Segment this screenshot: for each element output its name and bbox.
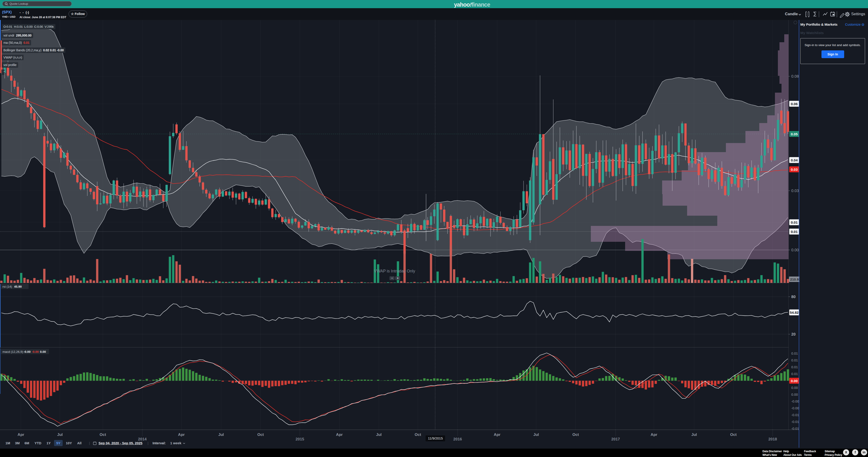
svg-text:Oct: Oct bbox=[257, 432, 264, 437]
svg-text:0.00: 0.00 bbox=[40, 350, 46, 354]
svg-text:0.00: 0.00 bbox=[791, 393, 798, 396]
svg-text:-0.00: -0.00 bbox=[32, 350, 39, 354]
svg-text:Oct: Oct bbox=[415, 432, 421, 437]
svg-text:0.01: 0.01 bbox=[791, 365, 798, 369]
svg-text:Apr: Apr bbox=[494, 432, 500, 437]
svg-text:54.82: 54.82 bbox=[790, 311, 799, 314]
svg-text:Oct: Oct bbox=[100, 432, 106, 437]
svg-text:45.90: 45.90 bbox=[14, 285, 22, 288]
svg-text:0.03: 0.03 bbox=[791, 167, 798, 172]
svg-text:Jul: Jul bbox=[218, 432, 224, 437]
svg-text:Jul: Jul bbox=[376, 432, 382, 437]
svg-text:20: 20 bbox=[791, 332, 796, 336]
svg-text:Jul: Jul bbox=[533, 432, 539, 437]
svg-text:-0.01: -0.01 bbox=[791, 427, 799, 430]
svg-text:Jul: Jul bbox=[691, 432, 697, 437]
svg-text:0.01: 0.01 bbox=[791, 230, 798, 234]
svg-text:0.06: 0.06 bbox=[791, 102, 798, 106]
svg-text:Apr: Apr bbox=[336, 432, 343, 437]
svg-text:0.03: 0.03 bbox=[791, 189, 799, 193]
svg-text:rsi (14): rsi (14) bbox=[2, 285, 12, 288]
svg-text:0.05: 0.05 bbox=[791, 132, 798, 136]
svg-text:VWAP is Intraday Only: VWAP is Intraday Only bbox=[374, 269, 415, 273]
svg-text:Oct: Oct bbox=[572, 432, 579, 437]
svg-text:Apr: Apr bbox=[178, 432, 185, 437]
svg-text:-0.00: -0.00 bbox=[24, 350, 31, 354]
svg-text:-0.00: -0.00 bbox=[791, 406, 799, 410]
svg-text:macd (12,26,9): macd (12,26,9) bbox=[2, 350, 23, 354]
svg-text:Jul: Jul bbox=[57, 432, 63, 437]
svg-text:-0.01: -0.01 bbox=[791, 420, 799, 424]
svg-text:Apr: Apr bbox=[18, 432, 24, 437]
svg-text:-0.01: -0.01 bbox=[791, 413, 799, 417]
svg-text:0.04: 0.04 bbox=[791, 158, 798, 162]
svg-text:0.01: 0.01 bbox=[791, 372, 798, 376]
svg-text:0.01: 0.01 bbox=[791, 220, 798, 224]
svg-text:+: + bbox=[397, 276, 399, 280]
svg-text:0.01: 0.01 bbox=[791, 352, 798, 355]
svg-text:80: 80 bbox=[791, 295, 796, 299]
svg-text:0.08: 0.08 bbox=[791, 74, 799, 79]
svg-text:-0.00: -0.00 bbox=[791, 399, 799, 403]
svg-text:Apr: Apr bbox=[651, 432, 657, 437]
svg-text:0.00: 0.00 bbox=[791, 379, 798, 383]
svg-text:0.01: 0.01 bbox=[791, 358, 798, 362]
svg-text:0.00: 0.00 bbox=[791, 386, 798, 390]
svg-text:0.00: 0.00 bbox=[791, 248, 799, 252]
svg-text:Oct: Oct bbox=[730, 432, 737, 437]
svg-text:−: − bbox=[391, 276, 393, 280]
